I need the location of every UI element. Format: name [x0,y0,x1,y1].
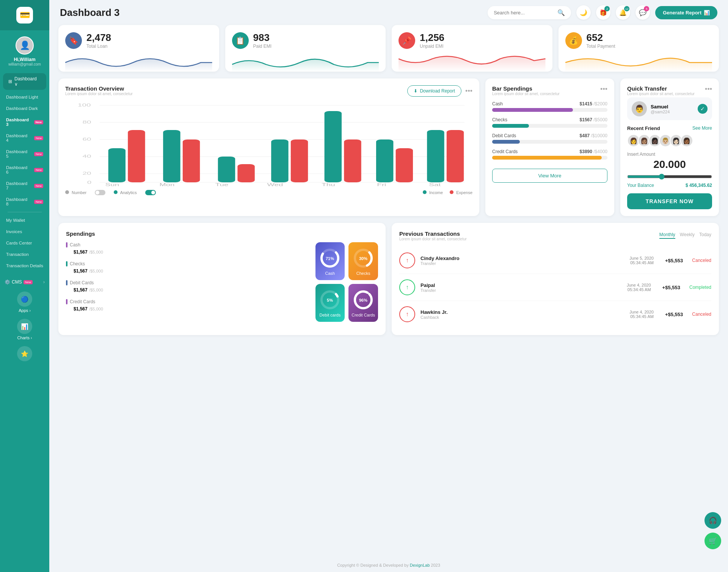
svg-rect-19 [291,139,308,182]
sidebar-item-dashboard-light[interactable]: Dashboard Light [3,91,46,103]
qt-avatar: 👨 [632,101,647,116]
new-badge: New [34,200,43,204]
svg-rect-18 [271,139,288,182]
spendings-credit-value: $1,567 [74,306,88,312]
bell-btn[interactable]: 🔔 12 [616,5,630,20]
sidebar-item-dashboard-4[interactable]: Dashboard 4 New [3,130,46,146]
tx-status-paipal: Completed [689,285,711,290]
floating-cart-button[interactable]: 🛒 [704,533,721,549]
tx-status-hawkins: Canceled [692,312,711,317]
bell-badge: 12 [624,6,629,11]
sidebar-charts-item[interactable]: 📊 Charts › [0,315,49,342]
sidebar-email: william@gmail.com [8,62,41,66]
prev-tx-header: Previous Transactions Lorem ipsum dolor … [399,230,711,241]
bar-spendings-more-button[interactable]: ••• [600,85,607,93]
quick-transfer-title: Quick Transfer [627,85,695,92]
analytics-toggle[interactable] [145,190,156,195]
stat-card-unpaid-emi: 📌 1,256 Unpaid EMI [392,25,552,72]
divider [8,212,42,212]
svg-rect-12 [108,148,126,182]
spendings-title: Spendings [66,230,378,237]
number-legend: Number [65,190,86,195]
tx-icon-cindy: ↑ [399,252,415,268]
paid-emi-icon: 📋 [232,32,249,49]
spendings-inner: Cash $1,567 /$5,000 Checks [66,242,378,322]
spendings-list: Cash $1,567 /$5,000 Checks [66,242,310,322]
spending-item-debit: Debit Cards $487 /$10000 [492,133,607,144]
sidebar-item-dashboard-5[interactable]: Dashboard 5 New [3,146,46,162]
tab-today[interactable]: Today [699,232,711,239]
svg-text:71%: 71% [326,256,334,261]
see-more-link[interactable]: See More [692,125,712,131]
cash-amount: $1415 [580,101,592,107]
tx-type-hawkins: Cashback [420,315,448,320]
sidebar-favorites-item[interactable]: ⭐ [0,342,49,365]
more-options-button[interactable]: ••• [465,87,472,95]
tx-icon-hawkins: ↑ [399,306,415,322]
sidebar-item-cardscenter[interactable]: Cards Center [3,237,46,249]
svg-rect-16 [218,157,235,182]
sidebar-apps-item[interactable]: 🔵 Apps › [0,288,49,315]
view-more-button[interactable]: View More [492,169,607,183]
moon-toggle-btn[interactable]: 🌙 [576,5,591,20]
search-input[interactable] [494,10,554,16]
checks-amount: $1567 [580,117,592,122]
sidebar-cms-item[interactable]: ⚙️ CMS New › [0,276,49,288]
spendings-checks-max: /$5,000 [89,269,103,273]
prev-tx-subtitle: Lorem ipsum dolor sit amet, consectetur [399,237,467,241]
chevron-right-icon: › [43,279,45,285]
svg-text:Wed: Wed [267,183,283,187]
donut-debit: 5% Debit cards [315,284,345,322]
tx-date-cindy: June 5, 2020 05:34:45 AM [629,256,654,265]
bar-spendings-subtitle: Lorem ipsum dolor sit amet, consectetur [492,92,560,96]
chat-btn[interactable]: 💬 5 [635,5,650,20]
transaction-overview-title: Transaction Overview [65,85,133,92]
tx-name-cindy: Cindy Alexandro [420,255,460,261]
sidebar-item-mywallet[interactable]: My Wallet [3,215,46,226]
sidebar-item-dashboard-dark[interactable]: Dashboard Dark [3,103,46,114]
search-icon: 🔍 [557,9,565,16]
sidebar-item-dashboard-8[interactable]: Dashboard 8 New [3,194,46,210]
quick-transfer-more-button[interactable]: ••• [705,85,712,93]
floating-support-button[interactable]: 🎧 [704,512,721,529]
amount-slider[interactable] [627,174,712,180]
number-toggle[interactable] [95,190,105,195]
spendings-cash-max: /$5,000 [89,250,103,254]
svg-text:Fri: Fri [377,183,386,187]
spendings-debit-label: Debit Cards [70,280,94,285]
unpaid-emi-icon: 📌 [399,32,415,49]
sidebar-item-invoices[interactable]: Invoices [3,226,46,237]
tab-monthly[interactable]: Monthly [659,232,675,239]
download-report-button[interactable]: ⬇ Download Report [407,85,461,97]
bar-spendings-card: Bar Spendings Lorem ipsum dolor sit amet… [485,78,614,216]
donut-credit: 96% Credit Cards [348,284,378,322]
friend-avatar-6[interactable]: 👩🏾 [680,134,693,147]
qt-handle: @sam224 [651,110,670,114]
cms-label: CMS [12,279,22,285]
transfer-now-button[interactable]: TRANSFER NOW [627,193,712,209]
friend-avatars: 👩 👩🏽 👩🏿 👨🏼 👩🏻 👩🏾 [627,134,712,147]
logo-icon: 💳 [16,7,33,24]
donut-checks-label: Checks [356,271,370,276]
sidebar-dashboard-toggle[interactable]: ⊞ Dashboard ∨ [3,73,46,90]
charts-label: Charts › [17,335,32,340]
sidebar-item-transaction-details[interactable]: Transaction Details [3,260,46,271]
insert-amount-label: Insert Amount [627,152,712,157]
donut-cash: 71% Cash [315,242,345,280]
sidebar-item-transaction[interactable]: Transaction [3,249,46,260]
total-loan-icon: 🔖 [65,32,82,49]
search-bar[interactable]: 🔍 [488,6,571,19]
paid-emi-value: 983 [253,32,272,44]
tab-weekly[interactable]: Weekly [680,232,695,239]
gift-btn[interactable]: 🎁 2 [596,5,610,20]
donut-credit-label: Credit Cards [351,313,375,317]
sidebar-item-dashboard-3[interactable]: Dashboard 3 New [3,114,46,130]
header: Dashboard 3 🔍 🌙 🎁 2 🔔 12 💬 5 Generate Re… [49,0,728,25]
tx-amount-cindy: +$5,553 [665,258,683,263]
sidebar-item-dashboard-7[interactable]: Dashboard 7 New [3,178,46,194]
sidebar-item-dashboard-6[interactable]: Dashboard 6 New [3,162,46,178]
svg-rect-23 [396,148,413,182]
footer-brand-link[interactable]: DexignLab [410,563,430,567]
generate-report-button[interactable]: Generate Report 📊 [655,6,717,19]
spendings-checks-value: $1,567 [74,268,88,274]
